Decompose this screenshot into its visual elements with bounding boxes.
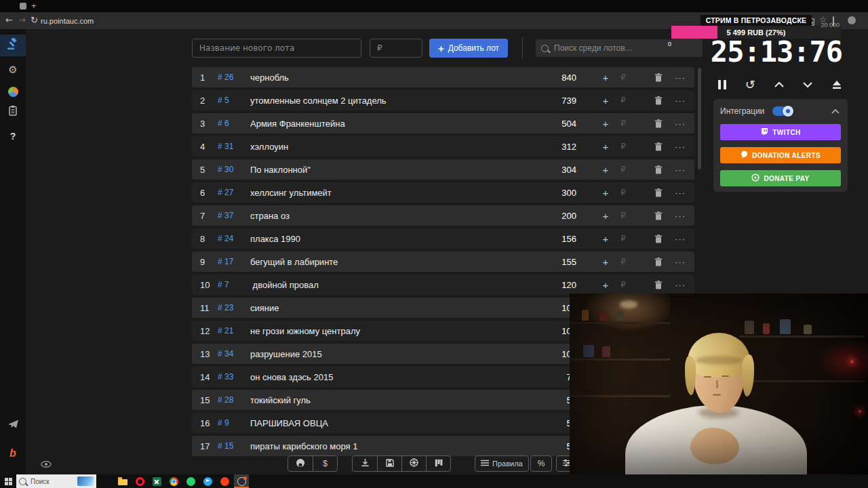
lot-amount-input[interactable] bbox=[370, 39, 422, 58]
forward-button[interactable]: → bbox=[18, 15, 26, 25]
eject-button[interactable] bbox=[830, 79, 844, 91]
lot-menu-button[interactable]: ··· bbox=[670, 119, 690, 129]
percent-button[interactable]: % bbox=[531, 456, 551, 471]
taskbar-icon-excel[interactable] bbox=[149, 474, 164, 488]
lot-search-input[interactable] bbox=[553, 43, 697, 54]
lot-row[interactable]: 6 # 27 хеллсинг ультимейт 300 + ₽ ··· bbox=[192, 182, 694, 203]
lot-menu-button[interactable]: ··· bbox=[670, 257, 690, 267]
delete-lot-button[interactable] bbox=[650, 235, 667, 243]
subtract-time-button[interactable] bbox=[801, 80, 814, 89]
add-lot-button[interactable]: + Добавить лот bbox=[429, 39, 508, 58]
lot-menu-button[interactable]: ··· bbox=[670, 73, 690, 83]
taskbar-icon-telegram[interactable] bbox=[200, 474, 215, 488]
lot-menu-button[interactable]: ··· bbox=[670, 280, 690, 290]
sidebar-item-settings[interactable]: ⚙ bbox=[0, 59, 26, 81]
add-amount-button[interactable]: + bbox=[597, 279, 614, 291]
lot-name[interactable]: пираты карибского моря 1 bbox=[250, 441, 533, 451]
lot-name[interactable]: По наклонной" bbox=[250, 165, 533, 175]
new-lot-input[interactable] bbox=[192, 39, 361, 58]
lot-name[interactable]: ПАРШИВАЯ ОВЦА bbox=[250, 418, 533, 428]
lot-name[interactable]: бегущий в лабиринте bbox=[250, 257, 533, 267]
taskbar-icon-opera[interactable] bbox=[132, 474, 147, 488]
delete-lot-button[interactable] bbox=[650, 165, 667, 174]
delete-lot-button[interactable] bbox=[650, 188, 667, 197]
back-button[interactable]: ← bbox=[5, 15, 13, 25]
donation-alerts-button[interactable]: DONATION ALERTS bbox=[720, 147, 841, 163]
lot-row[interactable]: 10 # 7 двойной провал 120 + ₽ ··· bbox=[192, 274, 694, 295]
add-time-button[interactable] bbox=[772, 80, 786, 89]
board-button[interactable] bbox=[426, 456, 450, 471]
lot-menu-button[interactable]: ··· bbox=[670, 211, 690, 221]
start-button[interactable] bbox=[0, 474, 16, 488]
wheel-button[interactable] bbox=[401, 456, 426, 471]
add-amount-button[interactable]: + bbox=[597, 187, 614, 199]
lot-name[interactable]: страна оз bbox=[250, 211, 533, 221]
collapse-chevron-icon[interactable] bbox=[830, 104, 841, 117]
taskbar-icon-yandex[interactable] bbox=[217, 474, 232, 488]
lot-menu-button[interactable]: ··· bbox=[670, 165, 690, 175]
pause-button[interactable] bbox=[716, 78, 728, 92]
lot-row[interactable]: 4 # 31 хэллоуин 312 + ₽ ··· bbox=[192, 136, 694, 157]
donate-pay-button[interactable]: DONATE PAY bbox=[720, 170, 841, 186]
lot-row[interactable]: 5 # 30 По наклонной" 304 + ₽ ··· bbox=[192, 159, 694, 180]
lot-menu-button[interactable]: ··· bbox=[670, 234, 690, 244]
taskbar-icon-whatsapp[interactable] bbox=[183, 474, 198, 488]
tab-favicon[interactable] bbox=[20, 3, 26, 9]
add-amount-button[interactable]: + bbox=[597, 233, 614, 245]
lot-menu-button[interactable]: ··· bbox=[670, 142, 690, 152]
twitch-button[interactable]: TWITCH bbox=[720, 124, 841, 140]
lot-name[interactable]: разрушение 2015 bbox=[250, 349, 533, 359]
sidebar-item-boosty[interactable]: b bbox=[0, 443, 26, 464]
sidebar-item-statistics[interactable] bbox=[0, 81, 26, 102]
lot-name[interactable]: хеллсинг ультимейт bbox=[250, 188, 533, 198]
save-button[interactable] bbox=[377, 456, 401, 471]
lot-row[interactable]: 2 # 5 утомленные солнцем 2 цитадель 739 … bbox=[192, 90, 694, 110]
lot-name[interactable]: утомленные солнцем 2 цитадель bbox=[250, 96, 533, 106]
restart-button[interactable]: ↺ bbox=[744, 77, 757, 92]
github-button[interactable] bbox=[288, 456, 313, 471]
donate-button[interactable]: $ bbox=[313, 456, 337, 471]
taskbar-search-input[interactable] bbox=[29, 477, 75, 486]
add-amount-button[interactable]: + bbox=[597, 210, 614, 222]
new-tab-button[interactable]: + bbox=[31, 1, 37, 11]
lot-name[interactable]: сияние bbox=[250, 303, 533, 313]
delete-lot-button[interactable] bbox=[650, 258, 667, 266]
lot-name[interactable]: он снова здэсь 2015 bbox=[250, 372, 533, 382]
lot-row[interactable]: 7 # 37 страна оз 200 + ₽ ··· bbox=[192, 205, 694, 226]
delete-lot-button[interactable] bbox=[650, 142, 667, 151]
add-amount-button[interactable]: + bbox=[597, 141, 614, 152]
visibility-toggle[interactable] bbox=[41, 460, 52, 470]
add-amount-button[interactable]: + bbox=[597, 256, 614, 268]
sidebar-item-telegram[interactable] bbox=[0, 414, 26, 436]
lot-row[interactable]: 9 # 17 бегущий в лабиринте 155 + ₽ ··· bbox=[192, 251, 694, 272]
lot-row[interactable]: 8 # 24 плакса 1990 156 + ₽ ··· bbox=[192, 228, 694, 249]
lot-name[interactable]: плакса 1990 bbox=[250, 234, 533, 244]
delete-lot-button[interactable] bbox=[650, 281, 667, 289]
delete-lot-button[interactable] bbox=[650, 96, 667, 105]
search-highlight-thumbnail[interactable] bbox=[77, 476, 94, 486]
sidebar-item-help[interactable]: ? bbox=[0, 125, 26, 147]
integrations-toggle[interactable] bbox=[772, 106, 793, 116]
taskbar-icon-active-app[interactable] bbox=[234, 474, 249, 488]
reload-button[interactable]: ↻ bbox=[31, 15, 38, 25]
lot-name[interactable]: чернобль bbox=[250, 73, 533, 83]
lot-name[interactable]: не грози южному централу bbox=[250, 326, 533, 336]
lot-row[interactable]: 1 # 26 чернобль 840 + ₽ ··· bbox=[192, 67, 694, 87]
add-amount-button[interactable]: + bbox=[597, 95, 614, 106]
add-amount-button[interactable]: + bbox=[597, 72, 614, 83]
lot-menu-button[interactable]: ··· bbox=[670, 188, 690, 198]
rules-button[interactable]: Правила bbox=[475, 456, 528, 471]
profile-avatar[interactable] bbox=[848, 16, 856, 24]
lot-row[interactable]: 3 # 6 Армия Франкенштейна 504 + ₽ ··· bbox=[192, 113, 694, 134]
taskbar-icon-chrome[interactable] bbox=[166, 474, 181, 488]
delete-lot-button[interactable] bbox=[650, 119, 667, 128]
sidebar-item-auction[interactable] bbox=[0, 35, 26, 56]
add-amount-button[interactable]: + bbox=[597, 118, 614, 129]
sidebar-item-history[interactable] bbox=[0, 101, 26, 123]
delete-lot-button[interactable] bbox=[650, 73, 667, 82]
delete-lot-button[interactable] bbox=[650, 211, 667, 220]
lot-menu-button[interactable]: ··· bbox=[670, 96, 690, 106]
add-amount-button[interactable]: + bbox=[597, 164, 614, 176]
lot-name[interactable]: Армия Франкенштейна bbox=[250, 119, 533, 129]
lot-name[interactable]: двойной провал bbox=[250, 280, 533, 290]
